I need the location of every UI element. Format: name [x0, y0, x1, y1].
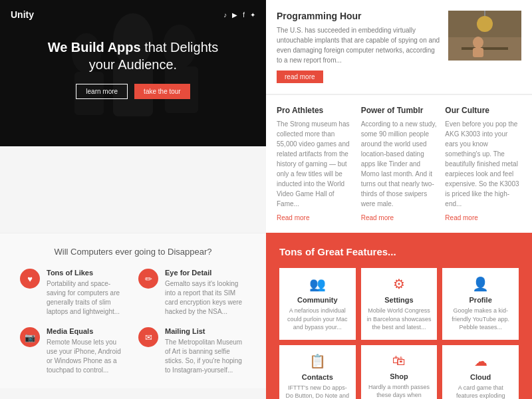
- svg-rect-11: [462, 47, 508, 50]
- article-title-1: Pro Athletes: [277, 106, 353, 115]
- hero-section: Unity ♪ ▶ f ✦ We Build Apps that Delight…: [0, 0, 266, 146]
- card-title-contacts: Contacts: [285, 373, 350, 381]
- hero-title: We Build Apps that Delights your Audienc…: [11, 39, 255, 73]
- article-link-2[interactable]: Read more: [361, 214, 394, 221]
- svg-point-9: [477, 16, 493, 32]
- card-text-profile: Google makes a kid-friendly YouTube app.…: [448, 307, 513, 332]
- card-title-community: Community: [285, 296, 350, 304]
- svg-point-12: [473, 37, 483, 49]
- feature-content-3: Media Equals Remote Mouse lets you use y…: [47, 327, 128, 375]
- three-articles-section: Pro Athletes The Strong museum has colle…: [266, 94, 532, 233]
- article-pro-athletes: Pro Athletes The Strong museum has colle…: [277, 106, 353, 222]
- middle-section: Will Computers ever going to Disappear? …: [0, 233, 266, 388]
- music-icon[interactable]: ♪: [223, 11, 227, 19]
- community-icon: 👥: [285, 276, 350, 292]
- settings-icon: ⚙: [366, 276, 432, 292]
- shop-icon: 🛍: [366, 353, 432, 368]
- features-grid: ♥ Tons of Likes Portability and space-sa…: [20, 269, 246, 375]
- feature-content-1: Tons of Likes Portability and space-savi…: [47, 269, 128, 317]
- pencil-icon: ✏: [138, 269, 158, 289]
- feature-text-2: Gemalto says it's looking into a report …: [165, 279, 246, 317]
- feature-text-4: The Metropolitan Museum of Art is bannin…: [165, 338, 246, 375]
- article-text-2: According to a new study, some 90 millio…: [361, 119, 438, 209]
- card-text-cloud: A card game that features exploding kitt…: [448, 384, 513, 399]
- article-text-1: The Strong museum has collected more tha…: [277, 119, 353, 209]
- svg-rect-13: [473, 48, 483, 57]
- card-title-settings: Settings: [366, 296, 432, 304]
- heart-icon: ♥: [20, 269, 40, 289]
- hero-title-bold: We Build Apps: [48, 40, 141, 55]
- row-2: Will Computers ever going to Disappear? …: [0, 233, 532, 399]
- article-text-3: Even before you pop the AKG K3003 into y…: [445, 119, 521, 209]
- row-1: Unity ♪ ▶ f ✦ We Build Apps that Delight…: [0, 0, 532, 233]
- camera-icon: 📷: [20, 327, 40, 347]
- hero-subtitle: your Audience.: [89, 57, 177, 72]
- feature-content-2: Eye for Detail Gemalto says it's looking…: [165, 269, 246, 317]
- ph-title: Programming Hour: [277, 11, 440, 21]
- right-panel: Programming Hour The U.S. has succeeded …: [266, 0, 532, 233]
- ph-description: The U.S. has succeeded in embedding virt…: [277, 25, 440, 65]
- hero-buttons: learn more take the tour: [11, 84, 255, 99]
- learn-more-button[interactable]: learn more: [76, 84, 128, 99]
- take-tour-button[interactable]: take the tour: [134, 84, 190, 99]
- feature-title-3: Media Equals: [47, 327, 128, 335]
- ph-read-more-button[interactable]: read more: [277, 70, 323, 83]
- ph-image-inner: [448, 11, 521, 61]
- feature-title-4: Mailing List: [165, 327, 246, 335]
- programming-hour-section: Programming Hour The U.S. has succeeded …: [266, 0, 532, 94]
- mail-icon: ✉: [138, 327, 158, 347]
- features-cards-grid: 👥 Community A nefarious individual could…: [279, 268, 519, 399]
- logo: Unity: [11, 9, 34, 20]
- card-title-cloud: Cloud: [448, 373, 513, 381]
- feature-eye-detail: ✏ Eye for Detail Gemalto says it's looki…: [138, 269, 246, 317]
- feature-title-2: Eye for Detail: [165, 269, 246, 277]
- feature-text-3: Remote Mouse lets you use your iPhone, A…: [47, 338, 128, 375]
- ph-text: Programming Hour The U.S. has succeeded …: [277, 11, 440, 83]
- features-red-title: Tons of Great Features...: [279, 246, 519, 257]
- card-title-shop: Shop: [366, 372, 432, 380]
- article-our-culture: Our Culture Even before you pop the AKG …: [445, 106, 521, 222]
- facebook-icon[interactable]: f: [243, 11, 245, 19]
- hero-overlay: Unity ♪ ▶ f ✦ We Build Apps that Delight…: [0, 0, 266, 146]
- feature-content-4: Mailing List The Metropolitan Museum of …: [165, 327, 246, 375]
- ph-image: [448, 11, 521, 61]
- star-icon[interactable]: ✦: [250, 11, 255, 19]
- feature-text-1: Portability and space-saving for compute…: [47, 279, 128, 317]
- card-text-shop: Hardly a month passes these days when Mi…: [366, 383, 432, 399]
- feature-card-community[interactable]: 👥 Community A nefarious individual could…: [279, 268, 356, 340]
- feature-card-cloud[interactable]: ☁ Cloud A card game that features explod…: [442, 345, 519, 399]
- article-power-tumblr: Power of Tumblr According to a new study…: [361, 106, 438, 222]
- contacts-icon: 📋: [285, 353, 350, 369]
- middle-title: Will Computers ever going to Disappear?: [20, 247, 246, 257]
- features-red-section: Tons of Great Features... 👥 Community A …: [266, 233, 532, 399]
- profile-icon: 👤: [448, 276, 513, 292]
- nav-icons: ♪ ▶ f ✦: [223, 11, 255, 19]
- card-text-community: A nefarious individual could purloin you…: [285, 307, 350, 332]
- hero-content: We Build Apps that Delights your Audienc…: [11, 39, 255, 99]
- hero-nav: Unity ♪ ▶ f ✦: [11, 9, 255, 20]
- feature-card-shop[interactable]: 🛍 Shop Hardly a month passes these days …: [361, 345, 438, 399]
- feature-mailing-list: ✉ Mailing List The Metropolitan Museum o…: [138, 327, 246, 375]
- card-title-profile: Profile: [448, 296, 513, 304]
- feature-media-equals: 📷 Media Equals Remote Mouse lets you use…: [20, 327, 128, 375]
- feature-title-1: Tons of Likes: [47, 269, 128, 277]
- card-text-contacts: IFTTT's new Do apps- Do Button, Do Note …: [285, 384, 350, 399]
- feature-card-settings[interactable]: ⚙ Settings Mobile World Congress in Barc…: [361, 268, 438, 340]
- article-link-3[interactable]: Read more: [445, 214, 477, 221]
- article-title-2: Power of Tumblr: [361, 106, 438, 115]
- article-title-3: Our Culture: [445, 106, 521, 115]
- feature-card-contacts[interactable]: 📋 Contacts IFTTT's new Do apps- Do Butto…: [279, 345, 356, 399]
- feature-tons-of-likes: ♥ Tons of Likes Portability and space-sa…: [20, 269, 128, 317]
- cloud-icon: ☁: [448, 353, 513, 369]
- play-icon[interactable]: ▶: [232, 11, 237, 19]
- hero-title-normal: that Delights: [144, 40, 218, 55]
- card-text-settings: Mobile World Congress in Barcelona showc…: [366, 307, 432, 332]
- feature-card-profile[interactable]: 👤 Profile Google makes a kid-friendly Yo…: [442, 268, 519, 340]
- article-link-1[interactable]: Read more: [277, 214, 309, 221]
